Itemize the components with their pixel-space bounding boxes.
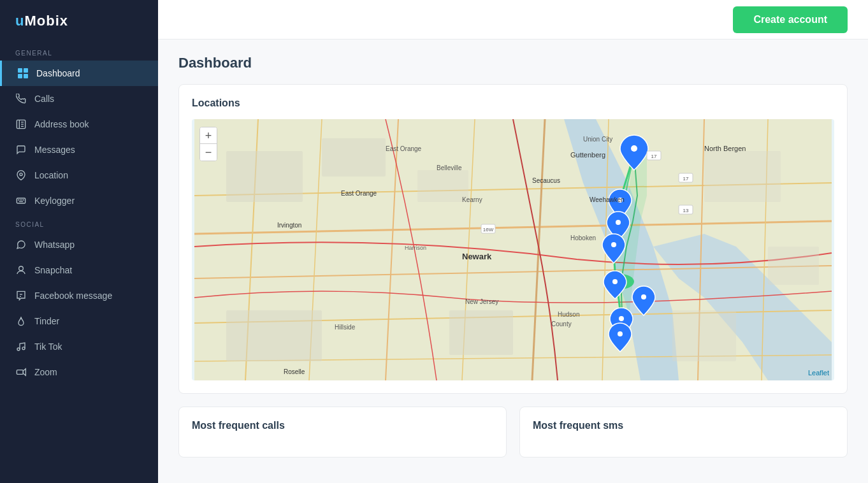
sidebar-label-keylogger: Keylogger xyxy=(34,196,75,206)
svg-text:North Bergen: North Bergen xyxy=(704,145,746,152)
svg-text:East Orange: East Orange xyxy=(341,190,377,197)
svg-point-54 xyxy=(612,279,618,284)
sidebar-label-address-book: Address book xyxy=(34,119,89,129)
svg-point-9 xyxy=(20,173,22,176)
svg-text:Harrison: Harrison xyxy=(405,245,426,251)
location-icon xyxy=(15,169,27,181)
leaflet-attribution: Leaflet xyxy=(808,369,829,377)
brand-suffix: Mobix xyxy=(24,13,68,29)
svg-text:Hudson: Hudson xyxy=(558,311,579,318)
sidebar-label-whatsapp: Whatsapp xyxy=(34,240,75,250)
sidebar-item-tinder[interactable]: Tinder xyxy=(0,308,158,334)
svg-point-55 xyxy=(641,294,646,299)
svg-text:Kearny: Kearny xyxy=(462,196,482,203)
svg-point-51 xyxy=(611,242,616,247)
svg-point-20 xyxy=(22,347,25,350)
sidebar-item-snapchat[interactable]: Snapchat xyxy=(0,257,158,283)
svg-rect-21 xyxy=(17,370,23,375)
main-content: Create account Dashboard Locations xyxy=(158,0,868,483)
svg-rect-1 xyxy=(24,68,28,73)
sidebar-label-tinder: Tinder xyxy=(34,316,59,326)
sidebar-label-zoom: Zoom xyxy=(34,367,57,377)
sidebar-item-location[interactable]: Location xyxy=(0,162,158,188)
most-frequent-sms-title: Most frequent sms xyxy=(533,420,834,431)
svg-point-19 xyxy=(17,348,20,350)
svg-point-56 xyxy=(619,316,624,321)
map-svg: 4 Newark xyxy=(192,119,834,380)
locations-card-title: Locations xyxy=(192,97,834,109)
sidebar-label-tiktok: Tik Tok xyxy=(34,342,62,352)
sidebar-item-messages[interactable]: Messages xyxy=(0,137,158,162)
tinder-icon xyxy=(15,315,27,327)
calls-icon xyxy=(15,93,27,105)
svg-text:Weehawken: Weehawken xyxy=(590,196,625,203)
address-book-icon xyxy=(15,119,27,130)
brand-logo: uMobix xyxy=(0,0,158,42)
sidebar-label-snapchat: Snapchat xyxy=(34,265,72,275)
sidebar-item-whatsapp[interactable]: Whatsapp xyxy=(0,232,158,257)
svg-text:Hoboken: Hoboken xyxy=(570,234,596,242)
sidebar-item-address-book[interactable]: Address book xyxy=(0,112,158,137)
most-frequent-calls-title: Most frequent calls xyxy=(192,420,493,431)
page-title: Dashboard xyxy=(178,55,848,71)
svg-text:Irvington: Irvington xyxy=(277,222,301,229)
svg-rect-2 xyxy=(18,74,22,78)
svg-rect-42 xyxy=(226,310,322,361)
zoom-icon xyxy=(15,366,27,378)
svg-text:Belleville: Belleville xyxy=(437,164,462,171)
svg-text:New Jersey: New Jersey xyxy=(465,298,498,305)
most-frequent-calls-card: Most frequent calls xyxy=(178,407,507,458)
most-frequent-sms-card: Most frequent sms xyxy=(519,407,848,458)
leaflet-link[interactable]: Leaflet xyxy=(808,369,829,377)
bottom-cards-row: Most frequent calls Most frequent sms xyxy=(178,407,848,470)
sidebar-item-zoom[interactable]: Zoom xyxy=(0,359,158,385)
create-account-button[interactable]: Create account xyxy=(733,6,848,33)
svg-point-48 xyxy=(631,145,637,152)
sidebar-label-calls: Calls xyxy=(34,94,54,104)
general-section-label: GENERAL xyxy=(0,42,158,61)
tiktok-icon xyxy=(15,341,27,352)
svg-text:Guttenberg: Guttenberg xyxy=(570,151,605,159)
svg-text:Newark: Newark xyxy=(462,252,492,261)
sidebar-item-keylogger[interactable]: Keylogger xyxy=(0,188,158,213)
svg-rect-38 xyxy=(226,151,303,202)
svg-text:13: 13 xyxy=(683,208,689,213)
messages-icon xyxy=(15,144,27,155)
sidebar-label-dashboard: Dashboard xyxy=(36,68,80,78)
svg-point-57 xyxy=(618,331,623,336)
svg-text:16W: 16W xyxy=(483,227,494,233)
svg-point-16 xyxy=(19,266,24,271)
svg-rect-39 xyxy=(322,138,386,177)
svg-text:Union City: Union City xyxy=(583,136,612,143)
svg-rect-44 xyxy=(768,247,819,285)
svg-marker-22 xyxy=(23,369,25,376)
svg-text:East Orange: East Orange xyxy=(386,145,422,152)
zoom-out-button[interactable]: − xyxy=(200,144,217,161)
sidebar-label-facebook-message: Facebook message xyxy=(34,291,112,301)
sidebar-item-tiktok[interactable]: Tik Tok xyxy=(0,334,158,359)
header: Create account xyxy=(158,0,868,40)
svg-rect-40 xyxy=(417,170,468,202)
svg-point-50 xyxy=(616,220,621,225)
snapchat-icon xyxy=(15,264,27,276)
zoom-in-button[interactable]: + xyxy=(200,127,217,144)
svg-rect-10 xyxy=(17,198,25,203)
svg-rect-41 xyxy=(449,310,513,355)
brand-prefix: u xyxy=(15,13,24,29)
locations-card: Locations xyxy=(178,84,848,394)
svg-text:County: County xyxy=(551,321,572,328)
svg-rect-45 xyxy=(672,310,736,361)
svg-text:Secaucus: Secaucus xyxy=(532,177,560,184)
whatsapp-icon xyxy=(15,239,27,250)
svg-text:17: 17 xyxy=(651,154,657,159)
map-container: 4 Newark xyxy=(192,119,834,380)
svg-rect-0 xyxy=(18,68,22,73)
svg-rect-3 xyxy=(24,74,28,78)
content-area: Dashboard Locations xyxy=(158,40,868,483)
sidebar-item-dashboard[interactable]: Dashboard xyxy=(0,61,158,86)
sidebar-item-calls[interactable]: Calls xyxy=(0,86,158,112)
facebook-message-icon xyxy=(15,290,27,301)
svg-text:17: 17 xyxy=(683,176,689,182)
sidebar-item-facebook-message[interactable]: Facebook message xyxy=(0,283,158,308)
sidebar: uMobix GENERAL Dashboard Calls Address b… xyxy=(0,0,158,483)
